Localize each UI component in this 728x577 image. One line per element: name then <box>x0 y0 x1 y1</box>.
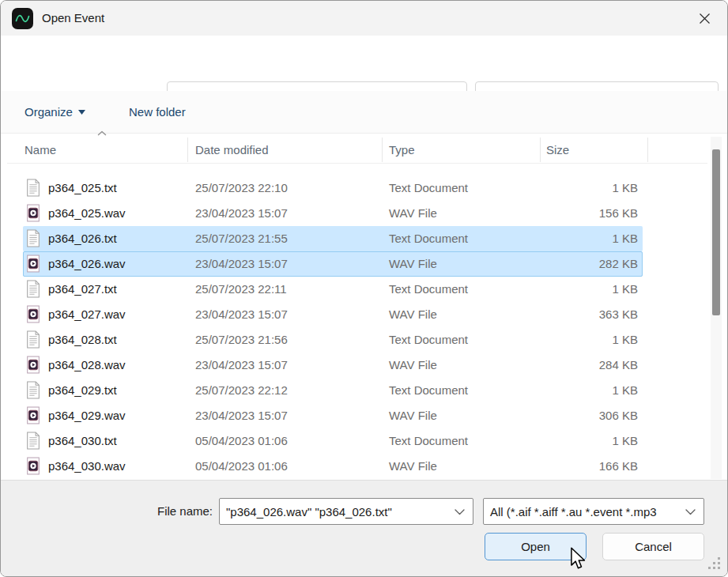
file-type: WAV File <box>389 206 437 220</box>
file-name: p364_027.wav <box>48 307 126 321</box>
file-size: 1 KB <box>466 181 638 194</box>
close-icon <box>699 13 711 25</box>
file-type: Text Document <box>389 333 468 346</box>
file-name: p364_027.txt <box>48 282 117 296</box>
text-file-icon <box>26 280 40 301</box>
file-type: WAV File <box>389 409 437 422</box>
file-size: 363 KB <box>466 307 638 321</box>
file-type: Text Document <box>389 282 468 296</box>
file-date-modified: 23/04/2023 15:07 <box>195 257 288 270</box>
file-type: Text Document <box>389 232 468 245</box>
file-size: 1 KB <box>466 282 638 296</box>
title-bar: Open Event <box>1 1 727 36</box>
file-name: p364_025.txt <box>48 181 117 194</box>
file-size: 1 KB <box>466 383 638 397</box>
file-size: 156 KB <box>466 206 638 220</box>
file-date-modified: 25/07/2023 22:11 <box>195 282 287 296</box>
file-row[interactable]: p364_028.wav 23/04/2023 15:07 WAV File 2… <box>23 353 643 378</box>
file-size: 1 KB <box>466 333 638 346</box>
file-date-modified: 23/04/2023 15:07 <box>195 307 288 321</box>
file-date-modified: 05/04/2023 01:06 <box>195 434 288 447</box>
column-divider[interactable] <box>382 138 383 162</box>
file-name: p364_030.wav <box>48 459 126 473</box>
file-name: p364_025.wav <box>48 206 126 220</box>
file-size: 1 KB <box>466 232 638 245</box>
text-file-icon <box>26 179 40 200</box>
column-header-name[interactable]: Name <box>25 137 167 162</box>
file-date-modified: 25/07/2023 21:55 <box>195 232 288 245</box>
navigation-bar: « Windo... Audio Search Audio <box>1 36 727 91</box>
file-date-modified: 23/04/2023 15:07 <box>195 206 288 220</box>
new-folder-button[interactable]: New folder <box>129 91 186 133</box>
file-type-dropdown-icon[interactable] <box>685 509 696 515</box>
file-name: p364_030.txt <box>48 434 117 447</box>
dialog-footer <box>1 480 727 576</box>
column-divider[interactable] <box>187 138 188 162</box>
wav-file-icon <box>26 457 40 478</box>
file-date-modified: 05/04/2023 01:06 <box>195 459 288 473</box>
organize-label: Organize <box>25 105 73 119</box>
column-header-type[interactable]: Type <box>389 137 507 162</box>
resize-grip[interactable] <box>718 557 720 560</box>
file-size: 284 KB <box>466 358 638 371</box>
open-button[interactable]: Open <box>485 533 587 560</box>
caret-down-icon <box>78 110 85 115</box>
file-row[interactable]: p364_028.txt 25/07/2023 21:56 Text Docum… <box>23 327 643 353</box>
wav-file-icon <box>26 406 40 428</box>
column-header-size[interactable]: Size <box>546 137 625 162</box>
file-name: p364_029.txt <box>48 383 117 397</box>
file-row[interactable]: p364_027.txt 25/07/2023 22:11 Text Docum… <box>23 277 643 302</box>
file-type: Text Document <box>389 181 468 194</box>
file-row[interactable]: p364_026.wav 23/04/2023 15:07 WAV File 2… <box>23 251 643 277</box>
file-row[interactable]: p364_026.txt 25/07/2023 21:55 Text Docum… <box>23 226 643 251</box>
close-button[interactable] <box>691 8 718 28</box>
file-name: p364_029.wav <box>48 409 126 422</box>
file-name-input[interactable] <box>219 498 473 525</box>
wav-file-icon <box>26 356 40 377</box>
file-name-label: File name: <box>119 504 213 518</box>
file-date-modified: 25/07/2023 21:56 <box>195 333 288 346</box>
sine-wave-icon <box>15 13 30 24</box>
file-row[interactable]: p364_025.txt 25/07/2023 22:10 Text Docum… <box>23 175 643 201</box>
text-file-icon <box>26 381 40 402</box>
file-size: 306 KB <box>466 409 638 422</box>
column-divider[interactable] <box>540 138 541 162</box>
text-file-icon <box>26 432 40 453</box>
file-row[interactable]: p364_030.wav 05/04/2023 01:06 WAV File 1… <box>23 454 643 479</box>
scrollbar-thumb[interactable] <box>712 149 720 315</box>
new-folder-label: New folder <box>129 105 186 119</box>
open-event-dialog: Open Event <box>0 0 728 577</box>
file-row[interactable]: p364_029.wav 23/04/2023 15:07 WAV File 3… <box>23 403 643 428</box>
file-date-modified: 25/07/2023 22:10 <box>195 181 288 194</box>
wav-file-icon <box>26 204 40 225</box>
file-name: p364_028.wav <box>48 358 126 371</box>
file-date-modified: 23/04/2023 15:07 <box>195 358 288 371</box>
file-list: p364_025.txt 25/07/2023 22:10 Text Docum… <box>1 164 727 480</box>
file-row[interactable]: p364_030.txt 05/04/2023 01:06 Text Docum… <box>23 428 643 454</box>
file-type: WAV File <box>389 307 437 321</box>
file-date-modified: 25/07/2023 22:12 <box>195 383 288 397</box>
file-size: 282 KB <box>466 257 638 270</box>
file-type: Text Document <box>389 383 468 397</box>
file-row[interactable]: p364_025.wav 23/04/2023 15:07 WAV File 1… <box>23 201 643 226</box>
text-file-icon <box>26 330 40 352</box>
column-header-date-modified[interactable]: Date modified <box>195 137 353 162</box>
file-name: p364_026.wav <box>48 257 126 270</box>
cancel-button[interactable]: Cancel <box>602 533 704 560</box>
organize-button[interactable]: Organize <box>25 91 85 133</box>
sort-ascending-icon <box>97 130 107 136</box>
file-type: Text Document <box>389 434 468 447</box>
text-file-icon <box>26 229 40 251</box>
file-name: p364_026.txt <box>48 232 117 245</box>
command-toolbar: Organize New folder ? <box>1 91 727 134</box>
file-row[interactable]: p364_029.txt 25/07/2023 22:12 Text Docum… <box>23 378 643 403</box>
app-icon <box>12 8 33 29</box>
column-divider[interactable] <box>647 138 648 162</box>
window-title: Open Event <box>42 11 104 25</box>
file-type-value: All (*.aif *.aiff *.au *.event *.mp3 <box>490 505 657 519</box>
file-type-select[interactable]: All (*.aif *.aiff *.au *.event *.mp3 <box>483 498 704 525</box>
file-type: WAV File <box>389 257 437 270</box>
wav-file-icon <box>26 305 40 326</box>
wav-file-icon <box>26 255 40 276</box>
file-row[interactable]: p364_027.wav 23/04/2023 15:07 WAV File 3… <box>23 302 643 327</box>
